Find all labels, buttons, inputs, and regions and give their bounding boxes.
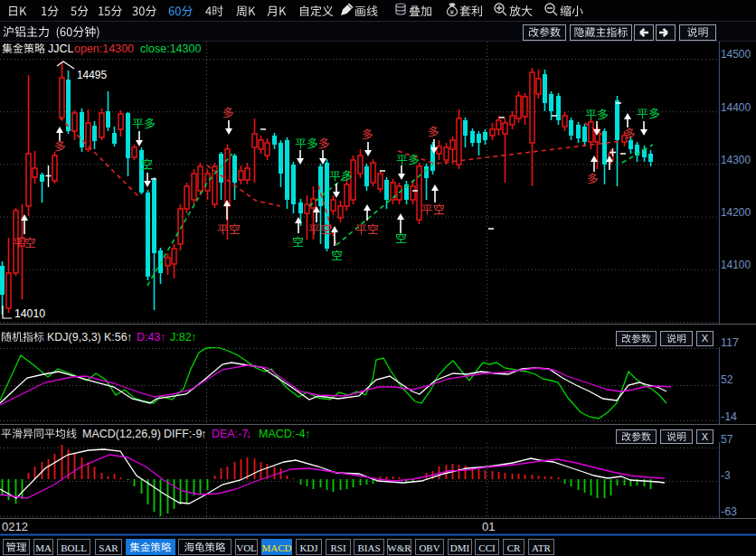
svg-text:close:14300: close:14300 bbox=[140, 42, 201, 55]
svg-text:MACD: MACD bbox=[261, 542, 291, 553]
svg-text:X: X bbox=[702, 431, 709, 442]
svg-text:MACD(12,26,9): MACD(12,26,9) bbox=[82, 428, 161, 440]
svg-text:↑: ↑ bbox=[201, 427, 207, 440]
svg-text:BOLL: BOLL bbox=[61, 542, 87, 553]
svg-text:↑: ↑ bbox=[191, 330, 197, 344]
svg-text:14400: 14400 bbox=[721, 100, 751, 114]
svg-text:KDJ: KDJ bbox=[299, 542, 318, 553]
svg-text:DMI: DMI bbox=[450, 542, 470, 553]
svg-text:¥: ¥ bbox=[449, 8, 455, 16]
svg-text:CCI: CCI bbox=[478, 542, 496, 553]
svg-text:MA: MA bbox=[35, 542, 52, 553]
svg-text:JJCL: JJCL bbox=[48, 42, 74, 55]
svg-text:K:56: K:56 bbox=[104, 331, 128, 344]
svg-text:SAR: SAR bbox=[99, 542, 118, 553]
svg-text:D:43: D:43 bbox=[137, 331, 160, 344]
svg-text:0212: 0212 bbox=[2, 520, 28, 533]
svg-text:DIFF:-9: DIFF:-9 bbox=[164, 428, 202, 440]
svg-text:↓: ↓ bbox=[246, 427, 252, 440]
svg-text:RSI: RSI bbox=[330, 542, 345, 553]
svg-text:BIAS: BIAS bbox=[357, 542, 380, 553]
svg-text:52: 52 bbox=[721, 372, 733, 386]
svg-text:↑: ↑ bbox=[305, 427, 311, 440]
svg-text:-14: -14 bbox=[721, 410, 737, 423]
svg-text:OBV: OBV bbox=[419, 542, 439, 553]
svg-text:57: 57 bbox=[721, 432, 733, 446]
svg-text:14500: 14500 bbox=[721, 47, 751, 61]
svg-text:W&R: W&R bbox=[387, 542, 411, 553]
svg-text:-3: -3 bbox=[721, 468, 731, 482]
svg-text:CR: CR bbox=[507, 542, 521, 553]
svg-text:X: X bbox=[702, 333, 709, 344]
svg-text:14100: 14100 bbox=[721, 258, 751, 271]
svg-text:VOL: VOL bbox=[236, 542, 257, 553]
svg-text:ATR: ATR bbox=[532, 542, 551, 553]
svg-text:J:82: J:82 bbox=[170, 331, 192, 344]
svg-text:14010: 14010 bbox=[14, 306, 45, 320]
svg-text:open:14300: open:14300 bbox=[74, 42, 134, 55]
svg-text:14300: 14300 bbox=[721, 153, 751, 166]
svg-text:KDJ(9,3,3): KDJ(9,3,3) bbox=[47, 331, 101, 344]
svg-text:-63: -63 bbox=[721, 504, 737, 518]
svg-text:DEA:-7: DEA:-7 bbox=[212, 428, 248, 440]
svg-text:↑: ↑ bbox=[127, 330, 133, 344]
svg-text:MACD:-4: MACD:-4 bbox=[259, 428, 305, 440]
svg-text:01: 01 bbox=[482, 520, 495, 533]
svg-text:14200: 14200 bbox=[721, 205, 751, 219]
svg-text:↑: ↑ bbox=[160, 330, 166, 344]
svg-text:117: 117 bbox=[721, 335, 739, 349]
svg-text:14495: 14495 bbox=[77, 68, 107, 81]
